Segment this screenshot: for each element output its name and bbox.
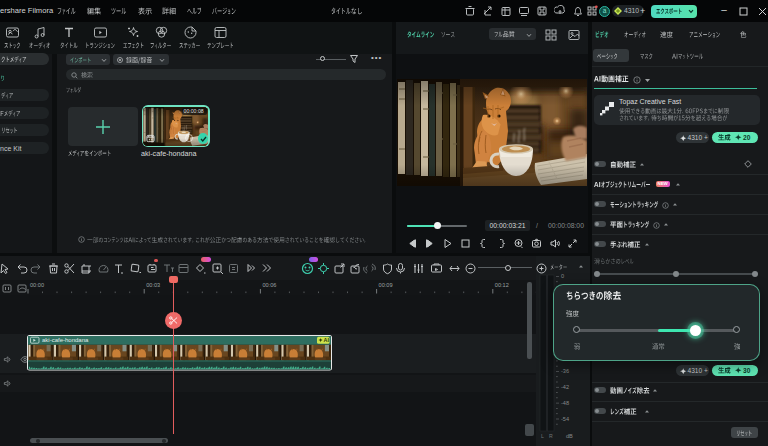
svg-text:AI: AI — [323, 337, 329, 343]
svg-text:00:00: 00:00 — [30, 282, 44, 288]
svg-text:R: R — [549, 433, 553, 439]
svg-text:00:09: 00:09 — [379, 282, 393, 288]
svg-text:-54: -54 — [561, 416, 569, 422]
svg-text:0: 0 — [561, 273, 564, 279]
svg-text:dB: dB — [566, 433, 573, 439]
svg-text:-36: -36 — [561, 368, 569, 374]
svg-text:-42: -42 — [561, 384, 569, 390]
svg-text:aki-cafe-hondana: aki-cafe-hondana — [42, 337, 89, 343]
svg-text:00:12: 00:12 — [495, 282, 509, 288]
svg-text:-48: -48 — [561, 400, 569, 406]
svg-text:00:06: 00:06 — [262, 282, 276, 288]
svg-text:00:03: 00:03 — [146, 282, 160, 288]
svg-text:L: L — [541, 433, 544, 439]
